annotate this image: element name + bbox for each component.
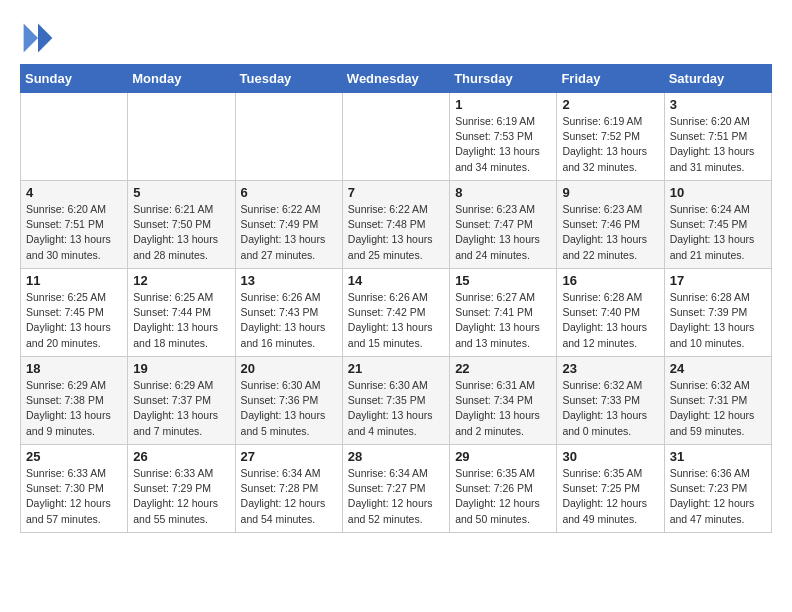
calendar-week-1: 1Sunrise: 6:19 AM Sunset: 7:53 PM Daylig… <box>21 93 772 181</box>
day-info: Sunrise: 6:23 AM Sunset: 7:47 PM Dayligh… <box>455 202 551 263</box>
day-number: 8 <box>455 185 551 200</box>
day-number: 5 <box>133 185 229 200</box>
day-number: 30 <box>562 449 658 464</box>
day-info: Sunrise: 6:26 AM Sunset: 7:42 PM Dayligh… <box>348 290 444 351</box>
day-header-sunday: Sunday <box>21 65 128 93</box>
day-info: Sunrise: 6:31 AM Sunset: 7:34 PM Dayligh… <box>455 378 551 439</box>
calendar-cell: 27Sunrise: 6:34 AM Sunset: 7:28 PM Dayli… <box>235 445 342 533</box>
day-header-monday: Monday <box>128 65 235 93</box>
day-info: Sunrise: 6:22 AM Sunset: 7:48 PM Dayligh… <box>348 202 444 263</box>
day-info: Sunrise: 6:29 AM Sunset: 7:37 PM Dayligh… <box>133 378 229 439</box>
calendar-cell: 4Sunrise: 6:20 AM Sunset: 7:51 PM Daylig… <box>21 181 128 269</box>
logo <box>20 20 60 56</box>
calendar-cell <box>342 93 449 181</box>
day-info: Sunrise: 6:19 AM Sunset: 7:53 PM Dayligh… <box>455 114 551 175</box>
calendar-cell: 24Sunrise: 6:32 AM Sunset: 7:31 PM Dayli… <box>664 357 771 445</box>
calendar-header-row: SundayMondayTuesdayWednesdayThursdayFrid… <box>21 65 772 93</box>
day-info: Sunrise: 6:24 AM Sunset: 7:45 PM Dayligh… <box>670 202 766 263</box>
day-header-friday: Friday <box>557 65 664 93</box>
day-header-thursday: Thursday <box>450 65 557 93</box>
day-header-wednesday: Wednesday <box>342 65 449 93</box>
day-number: 20 <box>241 361 337 376</box>
day-info: Sunrise: 6:30 AM Sunset: 7:36 PM Dayligh… <box>241 378 337 439</box>
day-number: 15 <box>455 273 551 288</box>
calendar-cell: 9Sunrise: 6:23 AM Sunset: 7:46 PM Daylig… <box>557 181 664 269</box>
calendar-cell: 20Sunrise: 6:30 AM Sunset: 7:36 PM Dayli… <box>235 357 342 445</box>
day-number: 7 <box>348 185 444 200</box>
day-number: 24 <box>670 361 766 376</box>
day-info: Sunrise: 6:32 AM Sunset: 7:33 PM Dayligh… <box>562 378 658 439</box>
day-info: Sunrise: 6:22 AM Sunset: 7:49 PM Dayligh… <box>241 202 337 263</box>
calendar-cell: 13Sunrise: 6:26 AM Sunset: 7:43 PM Dayli… <box>235 269 342 357</box>
calendar-cell: 25Sunrise: 6:33 AM Sunset: 7:30 PM Dayli… <box>21 445 128 533</box>
calendar-cell: 15Sunrise: 6:27 AM Sunset: 7:41 PM Dayli… <box>450 269 557 357</box>
day-number: 6 <box>241 185 337 200</box>
calendar-cell: 16Sunrise: 6:28 AM Sunset: 7:40 PM Dayli… <box>557 269 664 357</box>
calendar-cell: 12Sunrise: 6:25 AM Sunset: 7:44 PM Dayli… <box>128 269 235 357</box>
day-info: Sunrise: 6:29 AM Sunset: 7:38 PM Dayligh… <box>26 378 122 439</box>
day-info: Sunrise: 6:26 AM Sunset: 7:43 PM Dayligh… <box>241 290 337 351</box>
day-number: 16 <box>562 273 658 288</box>
day-info: Sunrise: 6:27 AM Sunset: 7:41 PM Dayligh… <box>455 290 551 351</box>
svg-marker-1 <box>24 24 38 53</box>
calendar-cell: 23Sunrise: 6:32 AM Sunset: 7:33 PM Dayli… <box>557 357 664 445</box>
calendar-cell: 10Sunrise: 6:24 AM Sunset: 7:45 PM Dayli… <box>664 181 771 269</box>
day-number: 3 <box>670 97 766 112</box>
day-number: 29 <box>455 449 551 464</box>
calendar-cell: 14Sunrise: 6:26 AM Sunset: 7:42 PM Dayli… <box>342 269 449 357</box>
calendar-week-5: 25Sunrise: 6:33 AM Sunset: 7:30 PM Dayli… <box>21 445 772 533</box>
calendar-cell: 21Sunrise: 6:30 AM Sunset: 7:35 PM Dayli… <box>342 357 449 445</box>
day-number: 18 <box>26 361 122 376</box>
day-number: 21 <box>348 361 444 376</box>
day-info: Sunrise: 6:33 AM Sunset: 7:29 PM Dayligh… <box>133 466 229 527</box>
calendar: SundayMondayTuesdayWednesdayThursdayFrid… <box>20 64 772 533</box>
svg-marker-0 <box>38 24 52 53</box>
day-number: 12 <box>133 273 229 288</box>
day-number: 9 <box>562 185 658 200</box>
calendar-cell: 2Sunrise: 6:19 AM Sunset: 7:52 PM Daylig… <box>557 93 664 181</box>
calendar-week-2: 4Sunrise: 6:20 AM Sunset: 7:51 PM Daylig… <box>21 181 772 269</box>
calendar-cell: 29Sunrise: 6:35 AM Sunset: 7:26 PM Dayli… <box>450 445 557 533</box>
calendar-cell: 1Sunrise: 6:19 AM Sunset: 7:53 PM Daylig… <box>450 93 557 181</box>
day-number: 14 <box>348 273 444 288</box>
day-number: 23 <box>562 361 658 376</box>
day-info: Sunrise: 6:35 AM Sunset: 7:25 PM Dayligh… <box>562 466 658 527</box>
day-number: 25 <box>26 449 122 464</box>
calendar-cell: 28Sunrise: 6:34 AM Sunset: 7:27 PM Dayli… <box>342 445 449 533</box>
day-info: Sunrise: 6:34 AM Sunset: 7:28 PM Dayligh… <box>241 466 337 527</box>
day-info: Sunrise: 6:21 AM Sunset: 7:50 PM Dayligh… <box>133 202 229 263</box>
calendar-week-4: 18Sunrise: 6:29 AM Sunset: 7:38 PM Dayli… <box>21 357 772 445</box>
day-number: 31 <box>670 449 766 464</box>
calendar-cell: 26Sunrise: 6:33 AM Sunset: 7:29 PM Dayli… <box>128 445 235 533</box>
day-header-tuesday: Tuesday <box>235 65 342 93</box>
day-number: 28 <box>348 449 444 464</box>
logo-icon <box>20 20 56 56</box>
day-info: Sunrise: 6:32 AM Sunset: 7:31 PM Dayligh… <box>670 378 766 439</box>
day-info: Sunrise: 6:33 AM Sunset: 7:30 PM Dayligh… <box>26 466 122 527</box>
day-info: Sunrise: 6:34 AM Sunset: 7:27 PM Dayligh… <box>348 466 444 527</box>
day-info: Sunrise: 6:25 AM Sunset: 7:45 PM Dayligh… <box>26 290 122 351</box>
calendar-cell: 30Sunrise: 6:35 AM Sunset: 7:25 PM Dayli… <box>557 445 664 533</box>
calendar-cell: 17Sunrise: 6:28 AM Sunset: 7:39 PM Dayli… <box>664 269 771 357</box>
day-info: Sunrise: 6:28 AM Sunset: 7:39 PM Dayligh… <box>670 290 766 351</box>
calendar-cell: 7Sunrise: 6:22 AM Sunset: 7:48 PM Daylig… <box>342 181 449 269</box>
day-info: Sunrise: 6:30 AM Sunset: 7:35 PM Dayligh… <box>348 378 444 439</box>
calendar-cell: 8Sunrise: 6:23 AM Sunset: 7:47 PM Daylig… <box>450 181 557 269</box>
day-number: 2 <box>562 97 658 112</box>
day-number: 27 <box>241 449 337 464</box>
calendar-cell: 6Sunrise: 6:22 AM Sunset: 7:49 PM Daylig… <box>235 181 342 269</box>
day-info: Sunrise: 6:28 AM Sunset: 7:40 PM Dayligh… <box>562 290 658 351</box>
calendar-cell: 18Sunrise: 6:29 AM Sunset: 7:38 PM Dayli… <box>21 357 128 445</box>
day-info: Sunrise: 6:20 AM Sunset: 7:51 PM Dayligh… <box>26 202 122 263</box>
calendar-cell: 5Sunrise: 6:21 AM Sunset: 7:50 PM Daylig… <box>128 181 235 269</box>
day-info: Sunrise: 6:20 AM Sunset: 7:51 PM Dayligh… <box>670 114 766 175</box>
calendar-cell: 19Sunrise: 6:29 AM Sunset: 7:37 PM Dayli… <box>128 357 235 445</box>
day-number: 10 <box>670 185 766 200</box>
calendar-cell <box>235 93 342 181</box>
day-number: 26 <box>133 449 229 464</box>
day-header-saturday: Saturday <box>664 65 771 93</box>
calendar-cell: 11Sunrise: 6:25 AM Sunset: 7:45 PM Dayli… <box>21 269 128 357</box>
day-number: 19 <box>133 361 229 376</box>
day-number: 1 <box>455 97 551 112</box>
calendar-cell: 31Sunrise: 6:36 AM Sunset: 7:23 PM Dayli… <box>664 445 771 533</box>
